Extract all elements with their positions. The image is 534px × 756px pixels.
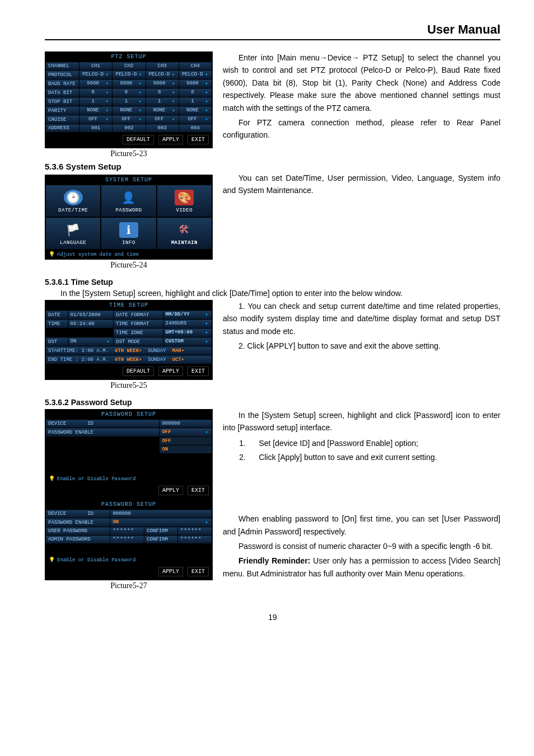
dropdown-icon[interactable]: ▾	[204, 81, 209, 87]
ptz-ch1[interactable]: CH1	[79, 62, 113, 71]
ptz-protocol-4[interactable]: PELCO-D▾	[179, 71, 212, 79]
pw1-exit-button[interactable]: EXIT	[188, 486, 209, 495]
pwenable-select-2[interactable]: ON▾	[110, 518, 212, 527]
menu-language[interactable]: 🏳️LANGUAGE	[45, 217, 101, 250]
userpw-field[interactable]: ******	[110, 527, 144, 536]
ptz-apply-button[interactable]: APPLY	[158, 135, 183, 144]
menu-password[interactable]: 👤PASSWORD	[101, 185, 156, 217]
pw2-apply-button[interactable]: APPLY	[158, 567, 183, 576]
ptz-parity-4[interactable]: NONE▾	[179, 106, 212, 115]
adminpw-confirm-field[interactable]: ******	[178, 536, 212, 544]
ptz-databit-4[interactable]: 8▾	[179, 88, 212, 97]
ptz-stopbit-3[interactable]: 1▾	[146, 97, 179, 106]
dropdown-icon[interactable]: ▾	[138, 81, 143, 87]
ptz-baud-3[interactable]: 9600▾	[146, 79, 179, 88]
dropdown-icon[interactable]: ▾	[204, 72, 209, 78]
dropdown-icon[interactable]: ▾	[204, 339, 209, 345]
dropdown-icon[interactable]: ▾	[204, 321, 209, 327]
dst-select[interactable]: ON▾	[68, 337, 113, 346]
ptz-protocol-1[interactable]: PELCO-D▾	[79, 71, 113, 79]
time-default-button[interactable]: DEFAULT	[123, 367, 154, 376]
dropdown-icon[interactable]: ▾	[138, 98, 143, 105]
ptz-parity-2[interactable]: NONE▾	[113, 106, 146, 115]
menu-video[interactable]: 🎨VIDEO	[157, 185, 212, 217]
timezone-select[interactable]: GMT+08:00▾	[163, 328, 212, 337]
ptz-databit-2[interactable]: 8▾	[113, 88, 146, 97]
ptz-databit-1[interactable]: 8▾	[79, 88, 113, 97]
time-field[interactable]: 05:24:08	[68, 320, 113, 328]
dropdown-icon[interactable]: ▾	[138, 107, 143, 114]
dropdown-icon[interactable]: ▾	[171, 72, 176, 78]
end-month-select[interactable]: OCT▾	[172, 357, 185, 363]
time-exit-button[interactable]: EXIT	[188, 367, 209, 376]
dropdown-icon[interactable]: ▾	[104, 116, 110, 123]
menu-datetime[interactable]: 🕑DATE/TIME	[45, 185, 101, 217]
menu-maintain[interactable]: 🛠MAINTAIN	[157, 217, 212, 250]
ptz-baud-1[interactable]: 9600▾	[79, 79, 113, 88]
start-month-select[interactable]: MAR▾	[172, 348, 185, 354]
ptz-ch3[interactable]: CH3	[146, 62, 179, 71]
dropdown-icon[interactable]: ▾	[204, 116, 209, 123]
dropdown-icon[interactable]: ▾	[104, 107, 110, 114]
dropdown-icon[interactable]: ▾	[105, 339, 111, 345]
dateformat-select[interactable]: MM/DD/YY▾	[163, 311, 212, 320]
dropdown-icon[interactable]: ▾	[204, 312, 209, 318]
userpw-confirm-field[interactable]: ******	[178, 527, 212, 536]
dropdown-icon[interactable]: ▾	[104, 72, 110, 78]
pwenable-option-on[interactable]: ON	[160, 445, 212, 454]
ptz-databit-3[interactable]: 8▾	[146, 88, 179, 97]
ptz-stopbit-1[interactable]: 1▾	[79, 97, 113, 106]
ptz-parity-1[interactable]: NONE▾	[79, 106, 113, 115]
ptz-cruise-3[interactable]: OFF▾	[146, 115, 179, 124]
timeformat-select[interactable]: 24HOURS▾	[163, 320, 212, 328]
ptz-address-3[interactable]: 003	[146, 124, 179, 133]
deviceid-field-2[interactable]: 000000	[110, 510, 212, 518]
dropdown-icon[interactable]: ▾	[138, 116, 143, 123]
dropdown-icon[interactable]: ▾	[204, 519, 209, 525]
time-apply-button[interactable]: APPLY	[158, 367, 183, 376]
dropdown-icon[interactable]: ▾	[104, 98, 110, 105]
dropdown-icon[interactable]: ▾	[171, 81, 176, 87]
adminpw-field[interactable]: ******	[110, 536, 144, 544]
ptz-baud-2[interactable]: 9600▾	[113, 79, 146, 88]
ptz-baud-4[interactable]: 9600▾	[179, 79, 212, 88]
dropdown-icon[interactable]: ▾	[138, 72, 143, 78]
dropdown-icon[interactable]: ▾	[104, 90, 110, 96]
dropdown-icon[interactable]: ▾	[138, 90, 143, 96]
dropdown-icon[interactable]: ▾	[171, 107, 176, 114]
ptz-cruise-2[interactable]: OFF▾	[113, 115, 146, 124]
start-week-select[interactable]: 4TH WEEK▾	[115, 348, 142, 354]
dropdown-icon[interactable]: ▾	[171, 116, 176, 123]
dropdown-icon[interactable]: ▾	[171, 90, 176, 96]
ptz-cruise-4[interactable]: OFF▾	[179, 115, 212, 124]
date-field[interactable]: 01/03/2000	[68, 311, 113, 320]
dstmode-select[interactable]: CUSTOM▾	[163, 337, 212, 346]
ptz-address-1[interactable]: 001	[79, 124, 113, 133]
dropdown-icon[interactable]: ▾	[104, 81, 110, 87]
pwenable-option-off[interactable]: OFF	[160, 437, 212, 445]
ptz-exit-button[interactable]: EXIT	[188, 135, 209, 144]
dropdown-icon[interactable]: ▾	[204, 107, 209, 114]
pwenable-select[interactable]: OFF▾	[160, 428, 212, 437]
deviceid-field[interactable]: 000000	[160, 420, 212, 428]
pw1-apply-button[interactable]: APPLY	[158, 486, 183, 495]
ptz-stopbit-4[interactable]: 1▾	[179, 97, 212, 106]
pw2-exit-button[interactable]: EXIT	[188, 567, 209, 576]
ptz-default-button[interactable]: DEFAULT	[123, 135, 154, 144]
dropdown-icon[interactable]: ▾	[204, 330, 209, 336]
ptz-protocol-3[interactable]: PELCO-D▾	[146, 71, 179, 79]
menu-info[interactable]: ℹINFO	[101, 217, 156, 250]
ptz-address-4[interactable]: 004	[179, 124, 212, 133]
dropdown-icon[interactable]: ▾	[204, 429, 209, 435]
ptz-address-2[interactable]: 002	[113, 124, 146, 133]
ptz-cruise-1[interactable]: OFF▾	[79, 115, 113, 124]
dropdown-icon[interactable]: ▾	[204, 90, 209, 96]
ptz-ch4[interactable]: CH4	[179, 62, 212, 71]
end-week-select[interactable]: 4TH WEEK▾	[115, 357, 142, 363]
ptz-stopbit-2[interactable]: 1▾	[113, 97, 146, 106]
ptz-parity-3[interactable]: NONE▾	[146, 106, 179, 115]
dropdown-icon[interactable]: ▾	[204, 98, 209, 105]
dropdown-icon[interactable]: ▾	[171, 98, 176, 105]
ptz-protocol-2[interactable]: PELCO-D▾	[113, 71, 146, 79]
ptz-ch2[interactable]: CH2	[113, 62, 146, 71]
